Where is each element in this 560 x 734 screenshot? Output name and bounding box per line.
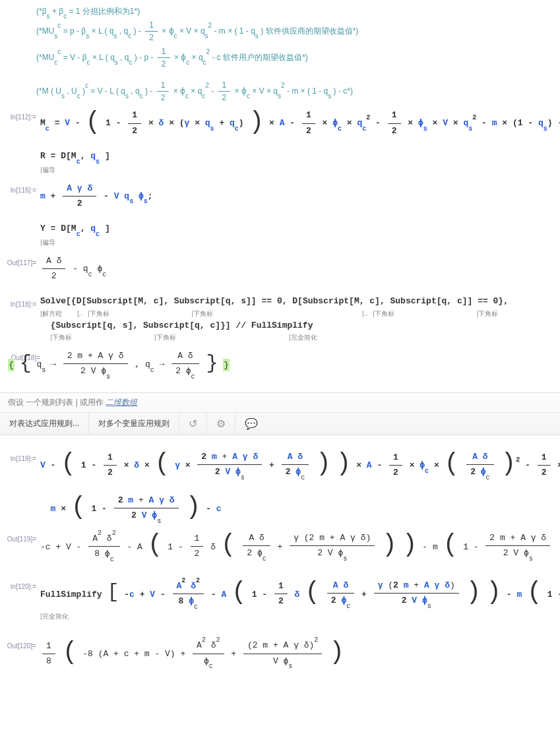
assumption-link[interactable]: 二维数组 bbox=[106, 398, 137, 407]
cell-in-112[interactable]: In[112]:= Mc = V - ( 1 - 12 × δ × (γ × q… bbox=[0, 106, 560, 178]
comment-line-4: (*M ( Us , Uc )c = V - L ( qs , qc ) - 1… bbox=[0, 79, 560, 104]
cell-label: In[118]:= bbox=[0, 295, 40, 308]
cell-out-118[interactable]: Out[117]= Out[118]= { { qs → 2 m + A γ δ… bbox=[0, 346, 560, 383]
comment-icon[interactable]: 💬 bbox=[235, 413, 267, 435]
comment-line-1: (*βs + βc = 1 分担比例和为1*) bbox=[0, 6, 560, 17]
gear-icon[interactable]: ⚙ bbox=[207, 413, 235, 435]
suggestion-btn-2[interactable]: 对多个变量应用规则 bbox=[89, 413, 179, 435]
cell-out-119[interactable]: Out[119]= -c + V - A2 δ28 ϕc - A ( 1 - 1… bbox=[0, 528, 560, 566]
cell-label: In[119]:= bbox=[0, 450, 40, 462]
cell-out-120[interactable]: Out[120]= 18 ( -8 (A + c + m - V) + A2 δ… bbox=[0, 634, 560, 673]
cell-label: Out[119]= bbox=[0, 530, 40, 543]
hint-piandao2: |偏导 bbox=[40, 239, 55, 246]
cell-label: In[116]:= bbox=[0, 181, 40, 194]
suggestions-bar: 假设 一个规则列表 | 或用作 二维数组 对表达式应用规则... 对多个变量应用… bbox=[0, 392, 560, 435]
cell-label: Out[120]= bbox=[0, 637, 40, 650]
cell-in-120[interactable]: In[120]:= FullSimplify [ -c + V - A2 δ28… bbox=[0, 575, 560, 625]
suggestion-btn-1[interactable]: 对表达式应用规则... bbox=[0, 413, 89, 435]
highlight-open: { bbox=[8, 359, 15, 371]
highlight-close: } bbox=[223, 359, 230, 371]
cell-label: In[120]:= bbox=[0, 578, 40, 590]
cell-label: Out[117]= bbox=[0, 254, 40, 266]
cell-in-116[interactable]: In[116]:= m + A γ δ2 - V qs ϕs; Y = D[Mc… bbox=[0, 179, 560, 251]
cell-label: In[112]:= bbox=[0, 108, 40, 121]
comment-line-2: (*MUsc = p - βs × L ( qs , qc ) - 12 × ϕ… bbox=[0, 19, 560, 44]
hint-piandao: |偏导 bbox=[40, 166, 55, 173]
cell-in-118[interactable]: In[118]:= Solve[{D[Subscript[M, c], Subs… bbox=[0, 293, 560, 346]
cell-out-117[interactable]: Out[117]= A δ2 - qc ϕc bbox=[0, 251, 560, 286]
hint-solve: |解方程 bbox=[40, 310, 62, 317]
cell-in-119[interactable]: In[119]:= V - ( 1 - 12 × δ × ( γ × 2 m +… bbox=[0, 447, 560, 528]
assumption-row: 假设 一个规则列表 | 或用作 二维数组 bbox=[0, 393, 560, 412]
hint-fullsimplify: |完全简化 bbox=[40, 613, 69, 620]
comment-line-3: (*MUcc = V - βc × L ( qs , qc ) - p - 12… bbox=[0, 46, 560, 70]
reload-icon[interactable]: ↺ bbox=[179, 413, 207, 435]
